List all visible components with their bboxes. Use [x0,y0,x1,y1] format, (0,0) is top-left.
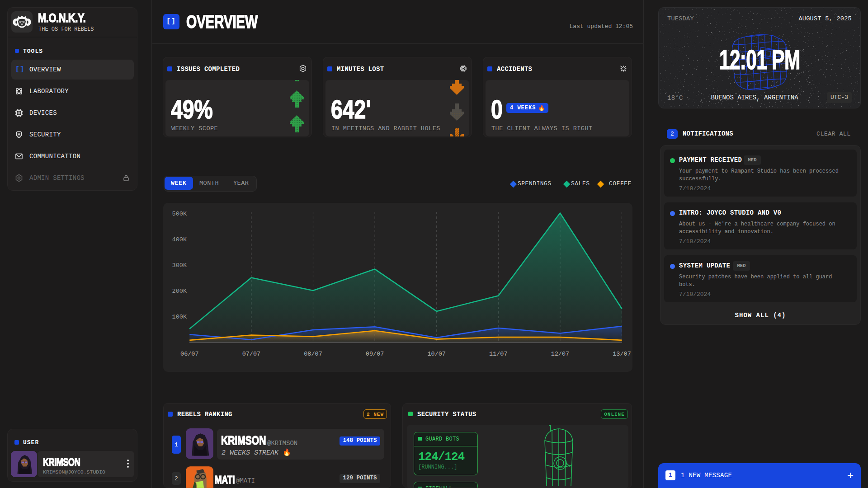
svg-text:200K: 200K [172,288,187,295]
svg-text:500K: 500K [172,211,187,217]
svg-text:12/07: 12/07 [551,351,570,357]
svg-text:10/07: 10/07 [427,351,446,357]
svg-text:100K: 100K [172,314,187,320]
svg-text:08/07: 08/07 [304,351,322,357]
svg-text:11/07: 11/07 [489,351,508,357]
svg-text:07/07: 07/07 [242,351,261,357]
svg-text:06/07: 06/07 [180,351,199,357]
svg-text:13/07: 13/07 [613,351,631,357]
svg-text:09/07: 09/07 [366,351,384,357]
svg-text:300K: 300K [172,262,187,269]
svg-text:400K: 400K [172,236,187,243]
